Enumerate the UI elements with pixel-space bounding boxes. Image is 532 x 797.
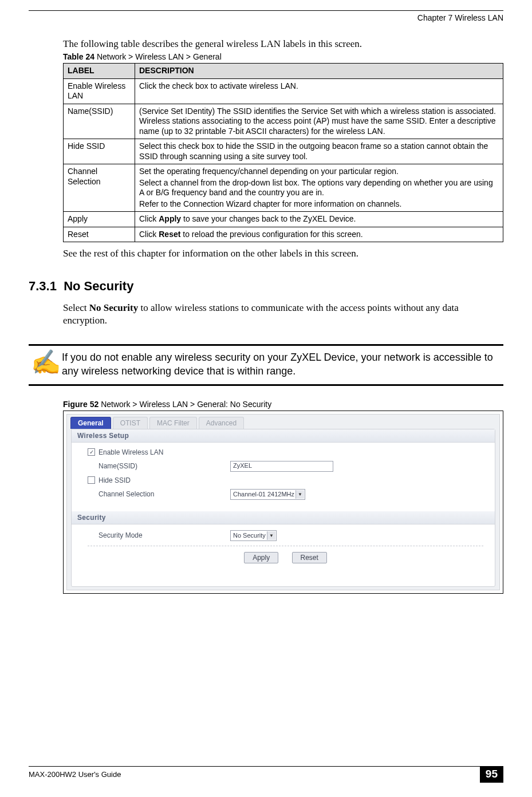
hide-ssid-label: Hide SSID <box>98 476 230 484</box>
security-mode-value: No Security <box>233 532 266 539</box>
security-mode-dropdown[interactable]: No Security ▼ <box>230 530 277 541</box>
table-row: Enable Wireless LANClick the check box t… <box>64 78 503 104</box>
chevron-down-icon: ▼ <box>295 490 304 499</box>
name-ssid-label: Name(SSID) <box>98 462 230 470</box>
table-cell-label: Hide SSID <box>64 139 135 164</box>
table-header-desc: DESCRIPTION <box>135 64 503 79</box>
label-description-table: LABEL DESCRIPTION Enable Wireless LANCli… <box>63 63 503 242</box>
channel-selection-dropdown[interactable]: Channel-01 2412MHz ▼ <box>230 489 305 500</box>
table-header-row: LABEL DESCRIPTION <box>64 64 503 79</box>
chevron-down-icon: ▼ <box>267 531 275 540</box>
table-number: Table 24 <box>63 52 94 61</box>
table-cell-description: Click Apply to save your changes back to… <box>135 212 503 227</box>
table-cell-label: Name(SSID) <box>64 104 135 139</box>
table-cell-label: Reset <box>64 227 135 242</box>
chapter-header: Chapter 7 Wireless LAN <box>29 13 503 22</box>
enable-wlan-checkbox[interactable]: ✓ <box>88 448 95 456</box>
note-block: ✍ If you do not enable any wireless secu… <box>29 344 503 386</box>
tab-bar: GeneralOTISTMAC FilterAdvanced <box>67 415 499 429</box>
table-cell-description: Click Reset to reload the previous confi… <box>135 227 503 242</box>
table-cell-description: (Service Set IDentity) The SSID identifi… <box>135 104 503 139</box>
reset-button[interactable]: Reset <box>292 552 327 563</box>
table-cell-description: Set the operating frequency/channel depe… <box>135 164 503 212</box>
table-breadcrumb: Network > Wireless LAN > General <box>94 52 222 61</box>
intro-text: The following table describes the genera… <box>63 38 503 50</box>
table-row: ApplyClick Apply to save your changes ba… <box>64 212 503 227</box>
section-body-pre: Select <box>63 302 89 313</box>
table-cell-label: Enable Wireless LAN <box>64 78 135 104</box>
table-header-label: LABEL <box>64 64 135 79</box>
channel-selection-label: Channel Selection <box>98 490 230 498</box>
figure-screenshot: GeneralOTISTMAC FilterAdvanced Wireless … <box>63 411 503 594</box>
tab-advanced[interactable]: Advanced <box>199 417 244 429</box>
apply-button[interactable]: Apply <box>244 552 278 563</box>
section-title: No Security <box>64 279 133 293</box>
table-caption: Table 24 Network > Wireless LAN > Genera… <box>63 52 503 61</box>
name-ssid-input[interactable]: ZyXEL <box>230 461 333 472</box>
section-number: 7.3.1 <box>29 279 57 293</box>
figure-caption: Figure 52 Network > Wireless LAN > Gener… <box>63 400 503 409</box>
table-cell-description: Select this check box to hide the SSID i… <box>135 139 503 164</box>
page-footer: MAX-200HW2 User's Guide 95 <box>29 766 503 780</box>
section-heading: 7.3.1 No Security <box>29 279 503 294</box>
tab-general[interactable]: General <box>70 417 111 429</box>
hand-writing-icon: ✍ <box>29 350 62 374</box>
table-cell-description: Click the check box to activate wireless… <box>135 78 503 104</box>
tab-mac-filter[interactable]: MAC Filter <box>149 417 197 429</box>
tab-otist[interactable]: OTIST <box>113 417 148 429</box>
footer-page-number: 95 <box>480 766 503 783</box>
after-table-text: See the rest of this chapter for informa… <box>63 248 503 259</box>
section-body-bold: No Security <box>89 302 138 313</box>
group-header-wireless: Wireless Setup <box>72 429 495 443</box>
table-row: Name(SSID)(Service Set IDentity) The SSI… <box>64 104 503 139</box>
divider <box>88 546 483 546</box>
table-row: Hide SSIDSelect this check box to hide t… <box>64 139 503 164</box>
figure-breadcrumb: Network > Wireless LAN > General: No Sec… <box>98 400 271 409</box>
section-body: Select No Security to allow wireless sta… <box>63 302 503 327</box>
footer-guide-name: MAX-200HW2 User's Guide <box>29 770 121 779</box>
enable-wlan-label: Enable Wireless LAN <box>98 448 230 456</box>
table-cell-label: Apply <box>64 212 135 227</box>
channel-selection-value: Channel-01 2412MHz <box>233 491 294 498</box>
security-mode-label: Security Mode <box>98 531 230 539</box>
table-cell-label: Channel Selection <box>64 164 135 212</box>
table-row: Channel SelectionSet the operating frequ… <box>64 164 503 212</box>
note-text: If you do not enable any wireless securi… <box>62 350 503 378</box>
group-header-security: Security <box>72 511 495 524</box>
table-row: ResetClick Reset to reload the previous … <box>64 227 503 242</box>
figure-number: Figure 52 <box>63 400 98 409</box>
hide-ssid-checkbox[interactable] <box>88 476 95 484</box>
